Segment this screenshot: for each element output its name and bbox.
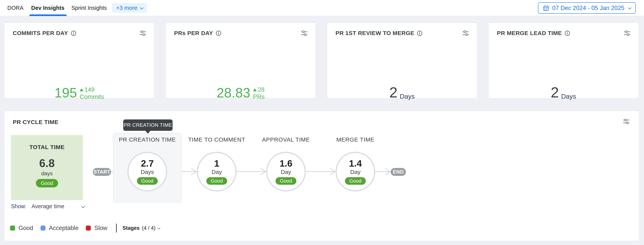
legend-swatch-slow xyxy=(86,226,91,231)
metric-value-block: 28.83 28 PRs xyxy=(166,84,316,100)
tab-label: Dev Insights xyxy=(31,5,64,11)
stage-label-time-to-comment: TIME TO COMMENT xyxy=(182,136,252,143)
legend-divider xyxy=(116,224,117,233)
settings-sliders-icon[interactable] xyxy=(624,30,630,36)
info-icon[interactable] xyxy=(417,30,422,36)
date-range-label: 07 Dec 2024 - 05 Jan 2025 xyxy=(552,5,624,11)
stages-dropdown[interactable]: Stages (4 / 4) xyxy=(122,225,160,231)
info-icon[interactable] xyxy=(71,30,76,36)
stage-unit: Days xyxy=(141,169,154,175)
card-header: PRs PER DAY xyxy=(174,30,308,36)
active-tab-underline xyxy=(29,14,67,16)
section-title: PR CYCLE TIME xyxy=(13,119,58,125)
metric-unit: Days xyxy=(561,92,576,100)
status-badge: Good xyxy=(276,177,296,185)
stage-circle-merge-time[interactable]: 1.4 Day Good xyxy=(336,152,375,192)
stage-value: 1.6 xyxy=(280,159,292,168)
show-dropdown-value: Average time xyxy=(32,203,64,210)
status-badge: Good xyxy=(36,179,58,187)
info-icon[interactable] xyxy=(216,30,221,36)
total-time-label: TOTAL TIME xyxy=(29,144,64,150)
date-range-button[interactable]: 07 Dec 2024 - 05 Jan 2025 xyxy=(538,2,636,14)
card-title: COMMITS PER DAY xyxy=(13,30,68,36)
top-nav: DORA Dev Insights Sprint Insights +3 mor… xyxy=(0,0,644,16)
legend-item-slow: Slow xyxy=(86,225,107,232)
stage-circle-approval-time[interactable]: 1.6 Day Good xyxy=(266,152,306,192)
legend-swatch-acceptable xyxy=(40,226,46,231)
more-tabs-label: +3 more xyxy=(116,5,138,11)
settings-sliders-icon[interactable] xyxy=(623,118,630,125)
status-badge: Good xyxy=(137,177,158,185)
metric-value: 195 xyxy=(54,85,77,100)
more-tabs-button[interactable]: +3 more xyxy=(112,3,147,13)
legend-label: Acceptable xyxy=(49,225,78,232)
start-pill: START xyxy=(93,168,111,176)
tab-label: Sprint Insights xyxy=(71,5,107,11)
trend-up-icon xyxy=(80,88,84,91)
tab-dora[interactable]: DORA xyxy=(7,0,24,16)
total-time-box: TOTAL TIME 6.8 days Good xyxy=(11,135,83,200)
total-time-value: 6.8 xyxy=(39,157,55,169)
tab-dev-insights[interactable]: Dev Insights xyxy=(31,0,64,16)
card-title: PR 1ST REVIEW TO MERGE xyxy=(336,30,414,36)
metric-delta: 149 xyxy=(84,86,94,93)
chevron-down-icon xyxy=(628,6,632,9)
trend-up-icon xyxy=(253,88,257,91)
metric-card-pr-merge-lead-time: PR MERGE LEAD TIME xyxy=(488,22,638,98)
chevron-down-icon xyxy=(140,6,144,9)
stage-unit: Day xyxy=(350,169,360,175)
card-title: PRs PER DAY xyxy=(174,30,213,36)
legend: Good Acceptable Slow Stages (4 / 4) xyxy=(10,224,160,233)
stage-tooltip: PR CREATION TIME xyxy=(123,119,172,131)
info-icon[interactable] xyxy=(564,30,570,36)
metric-card-pr-first-review-to-merge: PR 1ST REVIEW TO MERGE xyxy=(327,22,477,98)
metric-card-prs-per-day: PRs PER DAY xyxy=(166,22,316,98)
metric-value: 2 xyxy=(551,85,559,100)
calendar-icon xyxy=(543,5,549,11)
end-pill: END xyxy=(391,168,406,176)
stage-value: 2.7 xyxy=(141,159,154,168)
show-row: Show: Average time xyxy=(11,203,84,210)
tab-label: DORA xyxy=(7,5,24,11)
metric-card-commits-per-day: COMMITS PER DAY xyxy=(4,22,154,98)
stage-label-approval-time: APPROVAL TIME xyxy=(251,136,321,143)
status-badge: Good xyxy=(206,177,227,185)
card-header: PR 1ST REVIEW TO MERGE xyxy=(336,30,469,36)
total-time-unit: days xyxy=(41,171,53,177)
metric-delta: 28 xyxy=(258,86,264,93)
metric-value: 28.83 xyxy=(216,85,250,100)
metric-value-block: 195 149 Commits xyxy=(4,84,154,100)
stage-value: 1.4 xyxy=(349,159,362,168)
stages-dropdown-label: Stages xyxy=(122,225,140,231)
settings-sliders-icon[interactable] xyxy=(462,30,469,36)
tab-sprint-insights[interactable]: Sprint Insights xyxy=(71,0,107,16)
chevron-down-icon xyxy=(158,227,160,229)
legend-swatch-good xyxy=(10,226,15,231)
stage-circle-pr-creation-time[interactable]: 2.7 Days Good xyxy=(128,152,167,192)
stage-label-pr-creation-time: PR CREATION TIME xyxy=(112,136,182,143)
pr-cycle-time-card: PR CYCLE TIME TOTAL TIME 6.8 days Good S… xyxy=(4,111,639,241)
settings-sliders-icon[interactable] xyxy=(140,30,146,36)
metric-unit: PRs xyxy=(253,93,264,100)
stage-unit: Day xyxy=(281,169,291,175)
dashboard-page: DORA Dev Insights Sprint Insights +3 mor… xyxy=(0,0,644,245)
show-dropdown[interactable]: Average time xyxy=(32,203,84,210)
metric-unit: Commits xyxy=(80,93,104,100)
legend-item-acceptable: Acceptable xyxy=(40,225,78,232)
stage-label-merge-time: MERGE TIME xyxy=(321,136,390,143)
stage-circle-time-to-comment[interactable]: 1 Day Good xyxy=(197,152,236,192)
tooltip-arrow xyxy=(145,130,151,134)
metric-value-block: 2 Days xyxy=(488,84,638,100)
stage-unit: Day xyxy=(212,169,222,175)
card-header: PR MERGE LEAD TIME xyxy=(497,30,630,36)
legend-item-good: Good xyxy=(10,225,33,232)
legend-label: Slow xyxy=(94,225,107,232)
stage-value: 1 xyxy=(214,159,220,168)
chevron-down-icon xyxy=(81,204,85,208)
card-title: PR MERGE LEAD TIME xyxy=(497,30,562,36)
metric-value: 2 xyxy=(389,85,398,100)
metric-value-block: 2 Days xyxy=(327,84,477,100)
settings-sliders-icon[interactable] xyxy=(301,30,308,36)
metric-unit: Days xyxy=(400,92,414,100)
card-header: COMMITS PER DAY xyxy=(13,30,146,36)
